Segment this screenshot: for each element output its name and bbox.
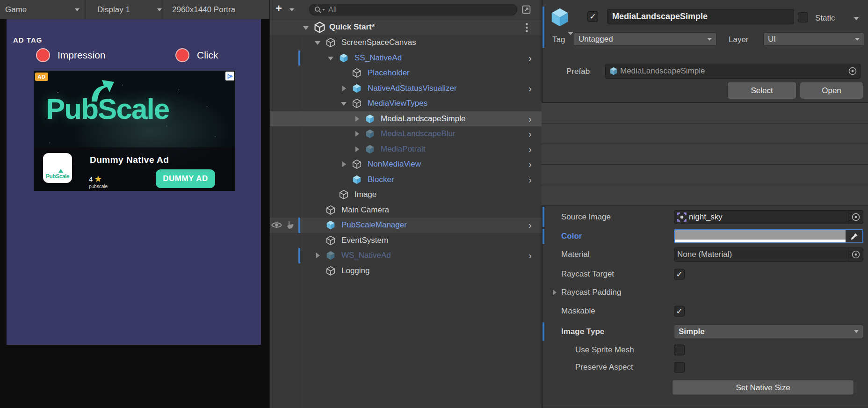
hierarchy-item-ss-nativead[interactable]: SS_NativeAd›: [270, 51, 542, 66]
prefab-modified-bar: [298, 248, 300, 263]
raycast-target-checkbox[interactable]: [674, 269, 685, 280]
hierarchy-item-ws-nativead[interactable]: WS_NativeAd›: [270, 248, 542, 263]
chevron-right-icon[interactable]: ›: [528, 113, 532, 124]
hierarchy-item-pubscalemanager[interactable]: PubScaleManager›: [270, 218, 542, 233]
unity-scene-icon: [314, 22, 326, 33]
hierarchy-item-medialandscapesimple[interactable]: MediaLandscapeSimple›: [270, 111, 542, 127]
object-picker-icon[interactable]: [848, 248, 863, 261]
game-tab[interactable]: Game: [0, 0, 86, 19]
foldout-closed-icon[interactable]: [354, 131, 360, 137]
component-header-canvas-renderer[interactable]: [542, 165, 868, 185]
hierarchy-item-main-camera[interactable]: Main Camera: [270, 203, 542, 218]
foldout-closed-icon[interactable]: [314, 252, 321, 259]
ad-title: Dummy Native Ad: [90, 155, 169, 165]
material-field[interactable]: None (Material): [674, 248, 863, 262]
hierarchy-item-mediaviewtypes[interactable]: MediaViewTypes: [270, 96, 542, 111]
prefab-modified-bar: [298, 51, 300, 66]
maskable-checkbox[interactable]: [674, 306, 685, 317]
chevron-right-icon[interactable]: ›: [528, 128, 532, 139]
hierarchy-item-placeholder[interactable]: Placeholder: [270, 66, 542, 81]
foldout-closed-icon[interactable]: [354, 116, 360, 122]
foldout-open-icon[interactable]: [314, 39, 321, 46]
divider: [542, 405, 868, 405]
static-dropdown-icon[interactable]: [854, 17, 859, 20]
source-image-field[interactable]: night_sky: [674, 210, 863, 224]
chevron-down-icon[interactable]: [568, 32, 573, 35]
display-dropdown-label: Display 1: [97, 5, 130, 15]
click-indicator: Click: [175, 48, 218, 62]
hierarchy-item-blocker[interactable]: Blocker›: [270, 172, 542, 188]
display-dropdown[interactable]: Display 1: [87, 0, 164, 19]
raycast-padding-foldout[interactable]: [551, 289, 557, 296]
create-object-button[interactable]: +: [275, 2, 282, 15]
chevron-right-icon[interactable]: ›: [528, 174, 532, 185]
rating-value: 4: [89, 175, 93, 183]
gameobject-cube-icon: [352, 68, 362, 78]
component-header-animator[interactable]: [542, 144, 868, 165]
color-swatch[interactable]: [675, 230, 846, 242]
hierarchy-item-eventsystem[interactable]: EventSystem: [270, 233, 542, 248]
hierarchy-item-label: EventSystem: [341, 236, 388, 245]
component-header-rect-transform[interactable]: [542, 103, 868, 124]
maximize-window-icon[interactable]: [521, 5, 531, 15]
kebab-menu-icon[interactable]: [526, 23, 528, 32]
object-enabled-checkbox[interactable]: [587, 11, 598, 22]
search-input[interactable]: [328, 4, 513, 15]
component-header-dynamic-ad-format-handler-script-[interactable]: [542, 124, 868, 144]
hierarchy-item-image[interactable]: Image: [270, 187, 542, 203]
static-checkbox[interactable]: [798, 12, 808, 22]
advertiser-app-icon: PubScale: [43, 153, 72, 183]
material-row: Material None (Material): [542, 245, 868, 264]
object-name-field[interactable]: [607, 9, 794, 24]
ad-rating: 4 ★: [89, 174, 102, 184]
scene-foldout[interactable]: [303, 24, 309, 31]
foldout-closed-icon[interactable]: [340, 161, 347, 168]
hierarchy-item-nativeadstatusvisualizer[interactable]: NativeAdStatusVisualizer›: [270, 81, 542, 96]
hierarchy-search-box[interactable]: [309, 4, 517, 15]
chevron-down-icon[interactable]: [289, 8, 294, 11]
object-picker-icon[interactable]: [848, 211, 863, 224]
chevron-right-icon[interactable]: ›: [528, 219, 532, 231]
object-picker-icon[interactable]: [847, 66, 858, 76]
search-filter-caret-icon[interactable]: [322, 9, 325, 11]
select-button[interactable]: Select: [727, 82, 796, 99]
preserve-aspect-checkbox[interactable]: [674, 362, 685, 373]
foldout-closed-icon[interactable]: [340, 85, 347, 92]
foldout-open-icon[interactable]: [327, 55, 334, 61]
hierarchy-item-screenspacecanvas[interactable]: ScreenSpaceCanvas: [270, 35, 542, 51]
use-sprite-mesh-checkbox[interactable]: [674, 344, 685, 355]
open-button[interactable]: Open: [800, 82, 863, 99]
hierarchy-item-logging[interactable]: Logging: [270, 263, 542, 279]
adchoices-icon[interactable]: [225, 72, 234, 80]
chevron-right-icon[interactable]: ›: [528, 83, 532, 94]
chevron-right-icon[interactable]: ›: [528, 250, 532, 261]
chevron-right-icon[interactable]: ›: [528, 52, 532, 64]
set-native-size-button[interactable]: Set Native Size: [672, 380, 854, 395]
foldout-open-icon[interactable]: [340, 100, 347, 107]
hierarchy-item-mediapotrait[interactable]: MediaPotrait›: [270, 142, 542, 157]
chevron-right-icon[interactable]: ›: [528, 159, 532, 170]
dummy-ad-button[interactable]: DUMMY AD: [156, 169, 215, 188]
pickability-hand-icon[interactable]: [285, 220, 295, 230]
native-ad-card[interactable]: AD PubScale PubScale Dummy Native Ad: [34, 71, 235, 191]
color-field[interactable]: [674, 229, 863, 243]
image-type-dropdown[interactable]: Simple: [674, 324, 863, 339]
eyedropper-icon[interactable]: [846, 230, 862, 242]
hierarchy-item-label: NonMediaView: [368, 160, 421, 169]
chevron-right-icon[interactable]: ›: [528, 144, 532, 155]
game-tab-label: Game: [5, 5, 27, 15]
prefab-object-field[interactable]: MediaLandscapeSimple: [605, 64, 861, 79]
hierarchy-item-nonmediaview[interactable]: NonMediaView›: [270, 157, 542, 172]
eye-visibility-icon[interactable]: [271, 221, 282, 229]
component-header-image[interactable]: [542, 185, 868, 206]
foldout-closed-icon[interactable]: [354, 146, 360, 153]
scene-row[interactable]: Quick Start*: [270, 20, 542, 35]
color-row: Color: [542, 228, 868, 245]
chevron-down-icon: [157, 8, 162, 11]
layer-dropdown[interactable]: UI: [763, 32, 864, 46]
resolution-dropdown[interactable]: 2960x1440 Portra: [165, 0, 269, 19]
raycast-target-label: Raycast Target: [561, 270, 614, 279]
hierarchy-item-medialandscapeblur[interactable]: MediaLandscapeBlur›: [270, 126, 542, 142]
image-type-value: Simple: [679, 327, 705, 336]
tag-dropdown[interactable]: Untagged: [574, 32, 716, 46]
